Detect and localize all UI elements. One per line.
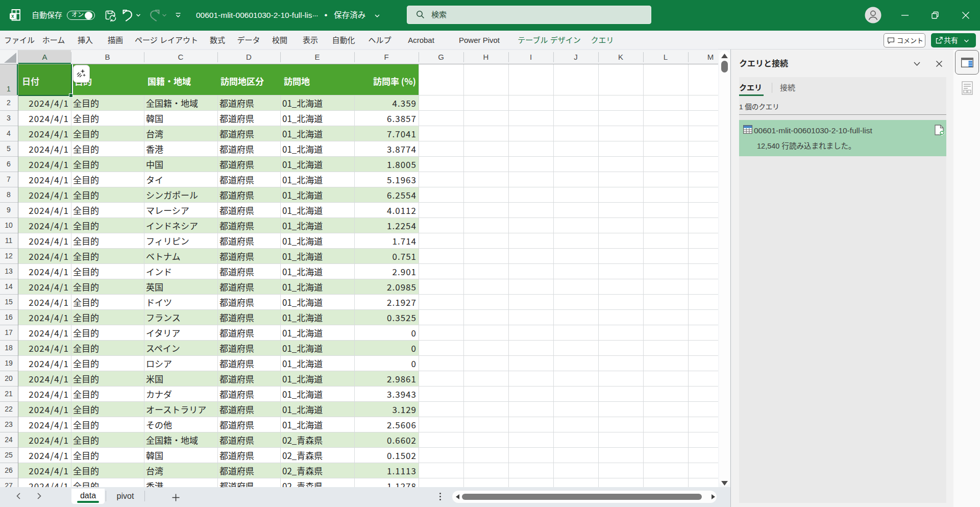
svg-text:x: x <box>11 13 14 19</box>
